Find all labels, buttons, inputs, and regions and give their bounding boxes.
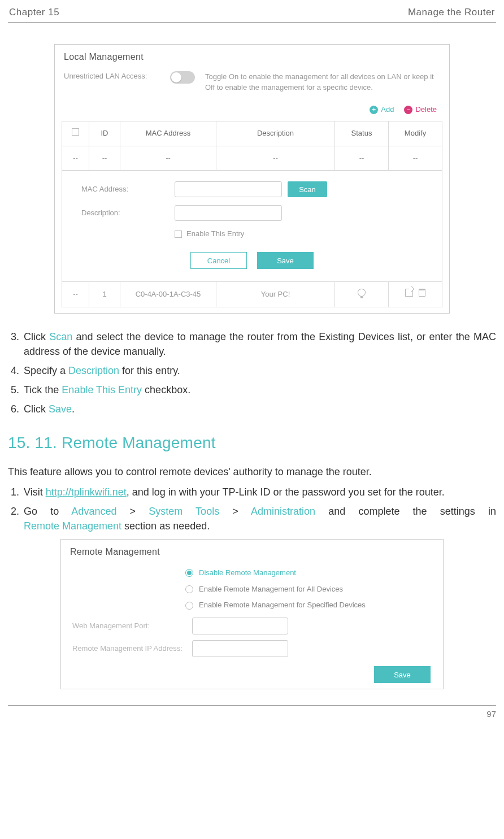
plus-icon: +: [370, 106, 378, 114]
delete-label: Delete: [415, 105, 437, 115]
section-heading: 15. 11. Remote Management: [8, 432, 496, 455]
select-all-checkbox[interactable]: [72, 128, 79, 136]
toggle-help-text: Toggle On to enable the management for a…: [205, 71, 440, 93]
keyword: Description: [68, 365, 119, 376]
row-mac: C0-4A-00-1A-C3-45: [120, 282, 216, 307]
col-desc: Description: [216, 121, 335, 146]
delete-button[interactable]: − Delete: [404, 105, 437, 115]
table-row: -- 1 C0-4A-00-1A-C3-45 Your PC!: [62, 282, 442, 307]
step-number: 3.: [8, 329, 19, 359]
edit-icon[interactable]: [405, 289, 413, 297]
mac-address-label: MAC Address:: [81, 184, 169, 195]
step-number: 1.: [8, 485, 19, 499]
remote-ip-label: Remote Management IP Address:: [72, 644, 185, 654]
row-desc: Your PC!: [216, 282, 335, 307]
radio-icon: [185, 602, 193, 610]
col-modify: Modify: [389, 121, 442, 146]
web-port-input[interactable]: [192, 618, 288, 634]
minus-icon: −: [404, 106, 412, 114]
step-text: Go to Advanced > System Tools > Administ…: [23, 504, 496, 533]
nav-remote-management: Remote Management: [24, 520, 121, 532]
unrestricted-lan-label: Unrestricted LAN Access:: [64, 71, 160, 82]
web-port-label: Web Management Port:: [72, 621, 185, 632]
panel-title: Local Management: [55, 45, 449, 71]
chapter-title: Manage the Router: [408, 6, 495, 20]
enable-entry-label: Enable This Entry: [186, 229, 244, 240]
keyword: Enable This Entry: [62, 384, 142, 395]
add-label: Add: [381, 105, 394, 115]
col-status: Status: [335, 121, 389, 146]
page-footer: 97: [8, 705, 496, 720]
save-button[interactable]: Save: [374, 666, 431, 683]
cancel-button[interactable]: Cancel: [190, 252, 247, 269]
keyword: Scan: [49, 331, 72, 342]
devices-table: ID MAC Address Description Status Modify…: [62, 121, 442, 307]
step-number: 4.: [8, 363, 19, 378]
remote-ip-input[interactable]: [192, 640, 288, 657]
trash-icon[interactable]: [419, 289, 425, 297]
section-intro: This feature allows you to control remot…: [8, 464, 496, 479]
chapter-label: Chapter 15: [9, 6, 59, 20]
nav-administration: Administration: [251, 506, 315, 517]
radio-icon: [185, 585, 193, 593]
remote-management-panel: Remote Management Disable Remote Managem…: [60, 539, 444, 689]
step-number: 5.: [8, 382, 19, 397]
option-enable-specified[interactable]: Enable Remote Management for Specified D…: [185, 600, 443, 611]
local-management-panel: Local Management Unrestricted LAN Access…: [54, 44, 450, 314]
step-text: Click Save.: [23, 402, 496, 416]
table-row: -- -- -- -- -- --: [62, 146, 442, 171]
nav-advanced: Advanced: [71, 506, 116, 517]
page-header: Chapter 15 Manage the Router: [8, 6, 496, 23]
option-disable[interactable]: Disable Remote Management: [185, 568, 443, 579]
step-text: Visit http://tplinkwifi.net, and log in …: [23, 485, 496, 499]
mac-address-input[interactable]: [175, 181, 282, 197]
panel-title: Remote Management: [61, 540, 443, 566]
edit-entry-form: MAC Address: Scan Description: Enable Th…: [62, 171, 442, 281]
option-enable-all[interactable]: Enable Remote Management for All Devices: [185, 584, 443, 595]
col-id: ID: [89, 121, 120, 146]
step-text: Specify a Description for this entry.: [23, 363, 496, 378]
instruction-list: 1. Visit http://tplinkwifi.net, and log …: [8, 485, 496, 533]
col-mac: MAC Address: [120, 121, 216, 146]
enable-entry-checkbox[interactable]: [175, 231, 182, 238]
instruction-list: 3.Click Scan and select the device to ma…: [8, 329, 496, 416]
page-number: 97: [486, 708, 496, 720]
radio-icon: [185, 569, 193, 577]
row-id: 1: [89, 282, 120, 307]
add-button[interactable]: + Add: [370, 105, 394, 115]
tplinkwifi-link[interactable]: http://tplinkwifi.net: [46, 486, 127, 498]
step-text: Tick the Enable This Entry checkbox.: [23, 382, 496, 397]
nav-system-tools: System Tools: [149, 506, 219, 517]
save-button[interactable]: Save: [257, 252, 314, 269]
step-number: 2.: [8, 504, 19, 533]
remote-mgmt-options: Disable Remote Management Enable Remote …: [185, 568, 443, 611]
scan-button[interactable]: Scan: [288, 181, 327, 197]
description-input[interactable]: [175, 205, 282, 221]
description-label: Description:: [81, 208, 169, 219]
unrestricted-lan-toggle[interactable]: [170, 71, 195, 84]
bulb-icon[interactable]: [358, 289, 366, 297]
keyword: Save: [49, 403, 72, 415]
step-text: Click Scan and select the device to mana…: [23, 329, 496, 359]
step-number: 6.: [8, 402, 19, 416]
